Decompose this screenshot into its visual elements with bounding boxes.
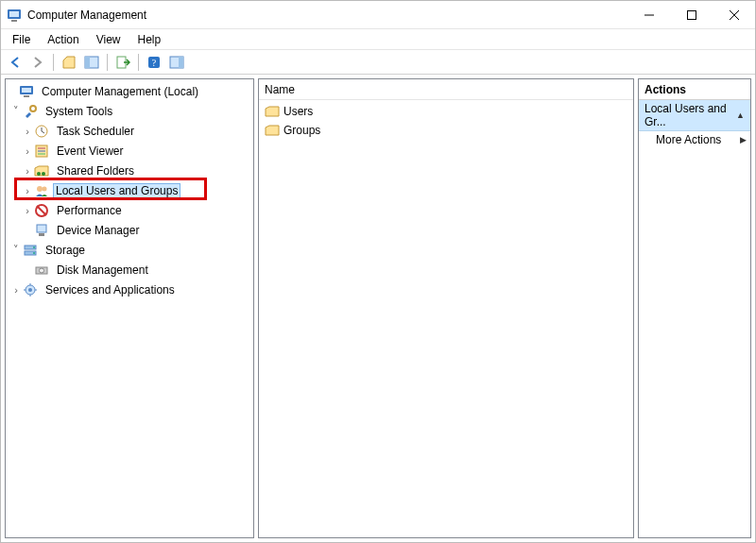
- tree-root[interactable]: Computer Management (Local): [6, 81, 253, 101]
- expander-icon[interactable]: ›: [21, 205, 34, 216]
- svg-rect-29: [37, 225, 46, 232]
- list-item-users[interactable]: Users: [259, 102, 633, 121]
- actions-header: Actions: [639, 79, 750, 100]
- tree-item-label: Computer Management (Local): [42, 85, 198, 98]
- menu-file[interactable]: File: [5, 31, 38, 48]
- window-controls: [627, 1, 755, 28]
- svg-rect-15: [22, 88, 31, 93]
- up-level-button[interactable]: [59, 52, 79, 73]
- expander-icon[interactable]: ›: [21, 185, 34, 196]
- show-hide-action-pane-button[interactable]: [166, 52, 187, 73]
- svg-point-23: [37, 172, 41, 176]
- list-item-groups[interactable]: Groups: [259, 121, 633, 140]
- tree-item-label: Shared Folders: [57, 164, 134, 178]
- tree-event-viewer[interactable]: › Event Viewer: [6, 141, 253, 161]
- list-pane: Name Users Groups: [258, 78, 634, 538]
- tree-item-label: Disk Management: [57, 263, 148, 277]
- client-area: Computer Management (Local) ˅ System Too…: [1, 75, 755, 542]
- tree-device-manager[interactable]: Device Manager: [6, 220, 253, 240]
- tree-item-label: Local Users and Groups: [56, 184, 178, 197]
- show-hide-tree-button[interactable]: [81, 52, 102, 73]
- close-button[interactable]: [713, 1, 755, 28]
- svg-point-24: [42, 172, 45, 176]
- expander-icon[interactable]: ›: [21, 145, 34, 157]
- svg-rect-2: [11, 20, 17, 22]
- forward-button[interactable]: [27, 52, 48, 73]
- svg-point-17: [30, 106, 36, 111]
- titlebar: Computer Management: [1, 1, 755, 29]
- export-list-button[interactable]: [112, 52, 133, 73]
- toolbar: ?: [1, 50, 755, 75]
- app-icon: [7, 8, 22, 23]
- navigation-tree-pane: Computer Management (Local) ˅ System Too…: [5, 78, 254, 538]
- menu-help[interactable]: Help: [130, 31, 169, 48]
- list-column-header[interactable]: Name: [259, 79, 633, 100]
- tree-item-label: Task Scheduler: [57, 125, 134, 138]
- actions-section-title[interactable]: Local Users and Gr... ▲: [639, 100, 750, 131]
- back-button[interactable]: [5, 52, 26, 73]
- expander-icon[interactable]: ˅: [9, 244, 23, 256]
- tree-disk-management[interactable]: Disk Management: [6, 260, 253, 280]
- menu-action[interactable]: Action: [40, 31, 86, 48]
- actions-pane: Actions Local Users and Gr... ▲ More Act…: [638, 78, 751, 538]
- tree-item-label: Services and Applications: [45, 283, 175, 297]
- tree-services-apps[interactable]: › Services and Applications: [6, 280, 253, 299]
- tree-task-scheduler[interactable]: › Task Scheduler: [6, 121, 253, 141]
- expander-icon[interactable]: ›: [21, 165, 34, 177]
- svg-line-28: [37, 206, 46, 215]
- svg-point-36: [40, 268, 44, 273]
- toolbar-separator: [107, 54, 108, 71]
- list-item-label: Groups: [284, 124, 320, 137]
- column-name-header: Name: [265, 83, 295, 96]
- folder-icon: [265, 104, 280, 119]
- action-more-actions[interactable]: More Actions ▶: [639, 131, 750, 148]
- svg-rect-13: [179, 57, 183, 68]
- svg-point-25: [37, 186, 43, 192]
- maximize-button[interactable]: [670, 1, 713, 28]
- tree-item-label: Device Manager: [57, 224, 139, 237]
- users-icon: [34, 183, 49, 198]
- collapse-icon: ▲: [736, 110, 745, 120]
- event-log-icon: [34, 144, 49, 159]
- action-item-label: More Actions: [656, 133, 721, 146]
- submenu-icon: ▶: [740, 135, 747, 144]
- actions-section-label: Local Users and Gr...: [644, 102, 736, 128]
- help-button[interactable]: ?: [144, 52, 164, 73]
- tree-system-tools[interactable]: ˅ System Tools: [6, 101, 253, 121]
- services-icon: [23, 282, 38, 297]
- tree-item-label: Performance: [57, 204, 122, 217]
- tree-local-users-groups[interactable]: › Local Users and Groups: [6, 180, 253, 200]
- tree-storage[interactable]: ˅ Storage: [6, 240, 253, 260]
- tree-item-label: System Tools: [45, 105, 112, 118]
- menu-view[interactable]: View: [89, 31, 129, 48]
- svg-rect-8: [85, 57, 90, 68]
- list-body: Users Groups: [259, 100, 633, 142]
- computer-icon: [19, 84, 34, 99]
- svg-point-34: [33, 252, 35, 254]
- expander-icon[interactable]: ›: [21, 126, 34, 137]
- toolbar-separator: [53, 54, 54, 71]
- tree-item-label: Storage: [45, 244, 85, 257]
- tree-performance[interactable]: › Performance: [6, 200, 253, 220]
- svg-point-26: [43, 186, 47, 191]
- svg-rect-30: [39, 233, 44, 236]
- list-item-label: Users: [284, 105, 313, 118]
- tree-item-label: Event Viewer: [57, 144, 123, 158]
- navigation-tree[interactable]: Computer Management (Local) ˅ System Too…: [6, 79, 253, 301]
- expander-icon[interactable]: ›: [9, 284, 23, 296]
- tools-icon: [23, 104, 38, 119]
- svg-point-33: [33, 246, 35, 248]
- disk-icon: [34, 263, 49, 278]
- device-icon: [34, 223, 49, 238]
- expander-icon[interactable]: ˅: [9, 105, 23, 117]
- svg-rect-1: [9, 11, 19, 17]
- toolbar-separator: [138, 54, 139, 71]
- svg-point-38: [28, 288, 32, 292]
- folder-icon: [265, 123, 280, 138]
- shared-folder-icon: [34, 163, 49, 178]
- menubar: File Action View Help: [1, 29, 755, 50]
- minimize-button[interactable]: [627, 1, 670, 28]
- clock-icon: [34, 124, 49, 139]
- tree-shared-folders[interactable]: › Shared Folders: [6, 161, 253, 180]
- window-title: Computer Management: [27, 8, 146, 22]
